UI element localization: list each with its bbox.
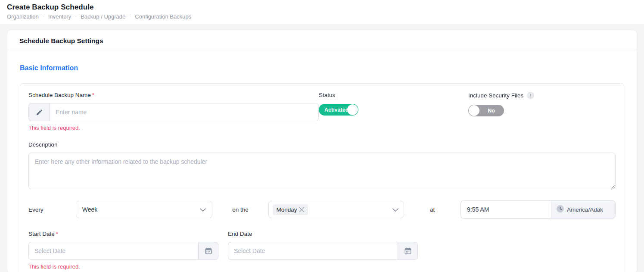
page-title: Create Backup Schedule [7, 3, 637, 12]
include-security-files-toggle[interactable]: No [468, 105, 504, 116]
info-icon[interactable]: ! [527, 92, 534, 99]
breadcrumb-item-backup-upgrade[interactable]: Backup / Upgrade [81, 13, 125, 20]
schedule-backup-name-label: Schedule Backup Name* [28, 92, 319, 98]
chevron-down-icon [200, 206, 206, 213]
status-toggle[interactable]: Activated [319, 104, 358, 116]
include-security-files-label: Include Security Files [468, 92, 523, 99]
end-date-group [228, 242, 418, 260]
start-date-label: Start Date* [28, 231, 218, 237]
required-asterisk: * [92, 92, 94, 98]
clock-icon [557, 205, 564, 214]
pencil-icon [28, 103, 50, 121]
end-date-input[interactable] [228, 242, 398, 260]
breadcrumb-separator: - [43, 14, 44, 20]
selected-day-label: Monday [276, 206, 297, 213]
required-asterisk: * [56, 231, 58, 237]
start-date-required-error: This field is required. [28, 263, 218, 270]
status-label: Status [319, 92, 468, 98]
frequency-selected-value: Week [82, 206, 98, 213]
timezone-value: America/Adak [567, 206, 603, 213]
toggle-knob [469, 105, 479, 116]
card-header-title: Schedule Backup Settings [7, 30, 637, 51]
status-toggle-label: Activated [324, 107, 348, 113]
section-title-basic-information: Basic Information [20, 64, 624, 72]
breadcrumb-separator: - [129, 14, 131, 20]
on-the-label: on the [212, 206, 269, 213]
every-label: Every [28, 206, 76, 213]
time-input[interactable] [460, 200, 551, 219]
end-date-label: End Date [228, 231, 418, 237]
schedule-backup-name-input[interactable] [50, 103, 319, 121]
day-multiselect[interactable]: Monday [268, 201, 404, 218]
page-header: Create Backup Schedule Organization - In… [0, 0, 644, 24]
schedule-backup-settings-card: Schedule Backup Settings Basic Informati… [7, 30, 637, 272]
timezone-addon[interactable]: America/Adak [551, 200, 616, 219]
breadcrumb: Organization - Inventory - Backup / Upgr… [7, 13, 637, 20]
at-label: at [404, 206, 460, 213]
description-textarea[interactable] [28, 153, 616, 189]
breadcrumb-item-inventory[interactable]: Inventory [48, 13, 71, 20]
breadcrumb-separator: - [75, 14, 77, 20]
breadcrumb-item-configuration-backups[interactable]: Configuration Backups [135, 13, 191, 20]
remove-day-icon[interactable] [299, 207, 305, 213]
start-date-input[interactable] [28, 242, 198, 260]
time-group: America/Adak [460, 200, 616, 219]
frequency-select[interactable]: Week [76, 201, 212, 218]
breadcrumb-item-organization[interactable]: Organization [7, 13, 39, 20]
schedule-backup-name-group [28, 103, 319, 121]
start-date-group [28, 242, 218, 260]
description-label: Description [28, 141, 616, 148]
name-required-error: This field is required. [28, 125, 319, 131]
start-date-calendar-button[interactable] [198, 242, 218, 260]
chevron-down-icon [392, 206, 398, 213]
toggle-knob [347, 104, 358, 115]
basic-information-panel: Schedule Backup Name* This field is requ… [20, 83, 624, 272]
security-toggle-label: No [488, 108, 495, 114]
end-date-calendar-button[interactable] [398, 242, 418, 260]
selected-day-chip: Monday [273, 204, 308, 215]
